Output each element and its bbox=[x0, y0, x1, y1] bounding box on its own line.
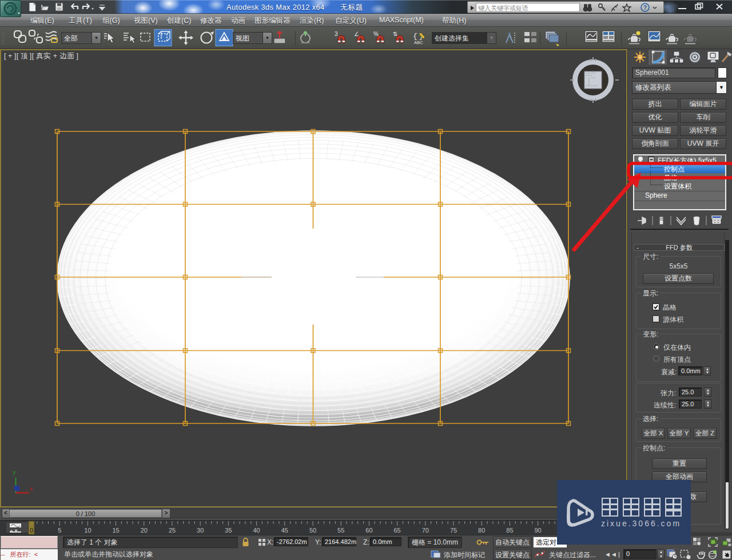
svg-text:45: 45 bbox=[281, 527, 288, 534]
svg-text:50: 50 bbox=[309, 527, 316, 534]
svg-text:5: 5 bbox=[58, 527, 61, 534]
svg-text:15: 15 bbox=[112, 527, 119, 534]
svg-text:65: 65 bbox=[393, 527, 400, 534]
svg-text:90: 90 bbox=[534, 527, 541, 534]
svg-text:20: 20 bbox=[141, 527, 148, 534]
svg-text:30: 30 bbox=[197, 527, 204, 534]
svg-text:?: ? bbox=[643, 5, 647, 11]
svg-text:85: 85 bbox=[506, 527, 513, 534]
svg-text:10: 10 bbox=[84, 527, 91, 534]
svg-text:40: 40 bbox=[253, 527, 260, 534]
svg-text:55: 55 bbox=[337, 527, 344, 534]
svg-text:ABC: ABC bbox=[414, 40, 423, 45]
svg-text:0: 0 bbox=[30, 527, 33, 534]
svg-text:75: 75 bbox=[450, 527, 457, 534]
svg-text:35: 35 bbox=[225, 527, 232, 534]
svg-text:25: 25 bbox=[169, 527, 176, 534]
svg-text:60: 60 bbox=[365, 527, 372, 534]
svg-text:70: 70 bbox=[422, 527, 429, 534]
svg-text:⇅: ⇅ bbox=[393, 31, 397, 37]
svg-text:3: 3 bbox=[335, 31, 338, 37]
svg-text:80: 80 bbox=[478, 527, 485, 534]
svg-text:y: y bbox=[13, 469, 16, 475]
svg-text:x: x bbox=[30, 485, 33, 492]
